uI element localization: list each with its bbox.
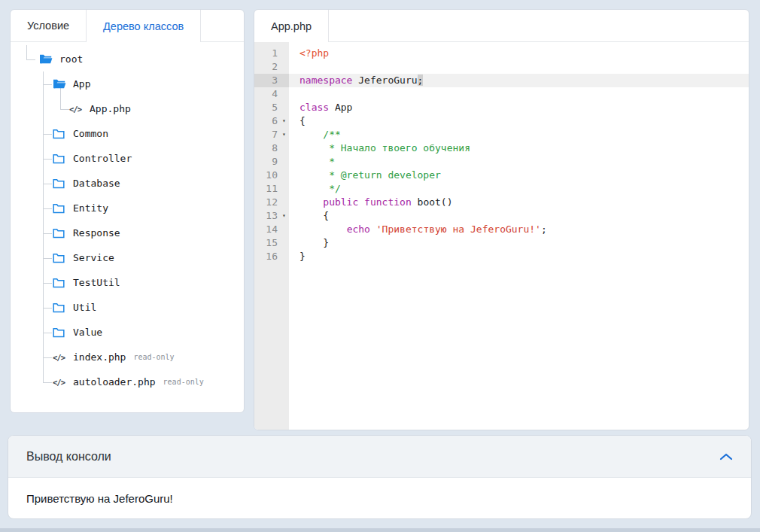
code-file-icon: </> xyxy=(69,105,84,114)
tree-item-common[interactable]: Common xyxy=(11,121,244,146)
read-only-badge: read-only xyxy=(163,378,204,386)
code-text: <?php xyxy=(289,47,329,60)
tree-item-root[interactable]: root xyxy=(11,47,244,71)
line-number: 10 xyxy=(254,169,289,182)
folder-icon xyxy=(53,253,68,263)
code-line-2[interactable]: 2 xyxy=(254,60,749,74)
fold-toggle-icon[interactable]: ▾ xyxy=(279,128,289,141)
line-number: 2 xyxy=(254,60,289,74)
code-line-11[interactable]: 11 */ xyxy=(254,182,749,196)
console-title: Вывод консоли xyxy=(26,450,111,464)
line-number: 1 xyxy=(254,47,289,60)
fold-gutter-space xyxy=(279,87,289,101)
fold-gutter-space xyxy=(279,101,289,114)
code-file-icon: </> xyxy=(53,353,68,362)
tree-item-util[interactable]: Util xyxy=(11,295,244,320)
code-line-1[interactable]: 1<?php xyxy=(254,47,749,60)
code-line-5[interactable]: 5class App xyxy=(254,101,749,114)
tree-item-controller[interactable]: Controller xyxy=(11,146,244,171)
code-text: echo 'Приветствую на JeferoGuru!'; xyxy=(289,223,547,236)
fold-gutter-space xyxy=(279,169,289,182)
tree-connector xyxy=(43,159,52,160)
tree-connector xyxy=(43,308,52,309)
tree-item-entity[interactable]: Entity xyxy=(11,196,244,220)
code-line-3[interactable]: 3namespace JeferoGuru; xyxy=(254,74,749,87)
code-text: * xyxy=(289,155,335,169)
code-text: public function boot() xyxy=(289,196,453,209)
tree-item-testutil[interactable]: TestUtil xyxy=(11,270,244,295)
folder-icon xyxy=(53,203,68,214)
tab-condition-label: Условие xyxy=(27,20,69,32)
chevron-up-icon[interactable] xyxy=(719,452,733,461)
fold-gutter-space xyxy=(279,250,289,263)
tree-item-label: Common xyxy=(73,128,108,139)
code-text xyxy=(289,87,299,101)
line-number: 8 xyxy=(254,141,289,155)
read-only-badge: read-only xyxy=(133,353,174,361)
tree-connector xyxy=(43,382,52,383)
tree-item-response[interactable]: Response xyxy=(11,220,244,245)
line-number: 3 xyxy=(254,74,289,87)
tree-item-label: Service xyxy=(73,252,114,263)
code-line-9[interactable]: 9 * xyxy=(254,155,749,169)
code-line-8[interactable]: 8 * Начало твоего обучения xyxy=(254,141,749,155)
code-line-14[interactable]: 14 echo 'Приветствую на JeferoGuru!'; xyxy=(254,223,749,236)
file-tree: rootApp</>App.phpCommonControllerDatabas… xyxy=(11,42,244,394)
fold-gutter-space xyxy=(279,47,289,60)
code-text: * Начало твоего обучения xyxy=(289,141,470,155)
fold-gutter-space xyxy=(279,155,289,169)
code-line-13[interactable]: 13▾ { xyxy=(254,209,749,223)
tree-connector xyxy=(43,208,52,209)
tab-app-php[interactable]: App.php xyxy=(254,10,329,42)
code-line-16[interactable]: 16} xyxy=(254,250,749,263)
folder-icon xyxy=(53,154,68,164)
code-text: /** xyxy=(289,128,341,141)
tree-connector xyxy=(43,258,52,259)
fold-gutter-space xyxy=(279,182,289,196)
code-line-7[interactable]: 7▾ /** xyxy=(254,128,749,141)
line-number: 12 xyxy=(254,196,289,209)
code-text: */ xyxy=(289,182,341,196)
line-number: 14 xyxy=(254,223,289,236)
tree-item-app-php[interactable]: </>App.php xyxy=(11,96,244,121)
tab-class-tree[interactable]: Дерево классов xyxy=(87,10,201,42)
fold-toggle-icon[interactable]: ▾ xyxy=(279,209,289,223)
tab-condition[interactable]: Условие xyxy=(11,10,87,42)
page-bottom-edge xyxy=(0,528,760,532)
fold-gutter-space xyxy=(279,196,289,209)
tree-item-label: Util xyxy=(73,302,96,313)
fold-toggle-icon[interactable]: ▾ xyxy=(279,114,289,128)
tree-connector xyxy=(60,109,69,110)
tab-app-php-label: App.php xyxy=(271,20,312,32)
folder-icon xyxy=(53,327,68,338)
tabbar-filler xyxy=(201,10,244,42)
folder-icon xyxy=(53,278,68,288)
tree-connector xyxy=(43,184,52,184)
tree-item-label: TestUtil xyxy=(73,277,120,288)
code-area[interactable]: 1<?php23namespace JeferoGuru;45class App… xyxy=(254,42,749,430)
code-text: } xyxy=(289,236,329,250)
tree-item-database[interactable]: Database xyxy=(11,171,244,196)
tree-item-label: Entity xyxy=(73,202,108,214)
tree-item-autoloader-php[interactable]: </>autoloader.phpread-only xyxy=(11,369,244,394)
tab-class-tree-label: Дерево классов xyxy=(103,20,184,32)
console-header[interactable]: Вывод консоли xyxy=(8,436,751,478)
code-line-15[interactable]: 15 } xyxy=(254,236,749,250)
tree-item-service[interactable]: Service xyxy=(11,245,244,270)
tree-item-label: root xyxy=(59,53,83,65)
tree-connector xyxy=(43,283,52,284)
code-line-12[interactable]: 12 public function boot() xyxy=(254,196,749,209)
left-panel: Условие Дерево классов rootApp</>App.php… xyxy=(10,9,245,413)
code-line-6[interactable]: 6▾{ xyxy=(254,114,749,128)
console-output-text: Приветствую на JeferoGuru! xyxy=(26,492,173,505)
tree-item-label: autoloader.php xyxy=(73,376,156,388)
folder-icon xyxy=(53,228,68,239)
folder-icon xyxy=(53,129,68,139)
code-line-10[interactable]: 10 * @return developer xyxy=(254,169,749,182)
line-number: 9 xyxy=(254,155,289,169)
tree-item-value[interactable]: Value xyxy=(11,320,244,345)
code-line-4[interactable]: 4 xyxy=(254,87,749,101)
tree-item-index-php[interactable]: </>index.phpread-only xyxy=(11,345,244,369)
tree-item-app[interactable]: App xyxy=(11,71,244,96)
tree-connector xyxy=(43,333,52,333)
